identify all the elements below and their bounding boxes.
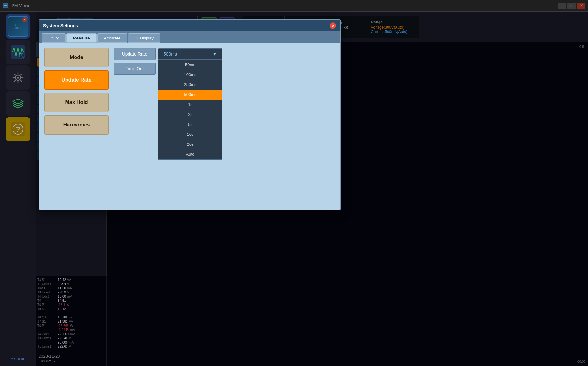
time-out-row: Time Out bbox=[114, 63, 335, 75]
update-rate-dropdown: 500ms ▼ 50ms 100ms 250ms 500ms 1s 2s 5s … bbox=[158, 48, 222, 59]
option-50ms[interactable]: 50ms bbox=[158, 60, 222, 70]
dropdown-list: 50ms 100ms 250ms 500ms 1s 2s 5s 10s 20s … bbox=[158, 59, 222, 160]
time-out-field-button[interactable]: Time Out bbox=[114, 63, 156, 75]
update-rate-row: Update Rate 500ms ▼ 50ms 100ms 250ms 500… bbox=[114, 48, 335, 60]
dropdown-arrow-icon: ▼ bbox=[212, 51, 217, 57]
tab-utility[interactable]: Utility bbox=[42, 33, 66, 43]
modal-overlay: System Settings ✕ Utility Measure Accura… bbox=[0, 0, 588, 366]
system-settings-modal: System Settings ✕ Utility Measure Accura… bbox=[39, 19, 341, 210]
tab-measure[interactable]: Measure bbox=[66, 33, 97, 43]
modal-right-content: Update Rate 500ms ▼ 50ms 100ms 250ms 500… bbox=[114, 48, 335, 205]
option-10s[interactable]: 10s bbox=[158, 129, 222, 139]
nav-mode-button[interactable]: Mode bbox=[44, 48, 109, 67]
modal-header: System Settings ✕ bbox=[39, 20, 340, 31]
option-5s[interactable]: 5s bbox=[158, 119, 222, 129]
option-auto[interactable]: Auto bbox=[158, 149, 222, 159]
modal-tabs: Utility Measure Accurate UI Display bbox=[39, 31, 340, 43]
dropdown-selected-value[interactable]: 500ms ▼ bbox=[158, 48, 222, 59]
modal-body: Mode Update Rate Max Hold Harmonics Upda… bbox=[39, 43, 340, 210]
modal-title: System Settings bbox=[43, 23, 78, 28]
option-100ms[interactable]: 100ms bbox=[158, 70, 222, 80]
tab-accurate[interactable]: Accurate bbox=[97, 33, 127, 43]
modal-close-button[interactable]: ✕ bbox=[330, 22, 336, 29]
option-500ms[interactable]: 500ms bbox=[158, 90, 222, 100]
tab-ui-display[interactable]: UI Display bbox=[128, 33, 160, 43]
option-2s[interactable]: 2s bbox=[158, 109, 222, 119]
update-rate-field-button[interactable]: Update Rate bbox=[114, 48, 156, 60]
option-1s[interactable]: 1s bbox=[158, 100, 222, 109]
modal-nav: Mode Update Rate Max Hold Harmonics bbox=[44, 48, 109, 205]
nav-max-hold-button[interactable]: Max Hold bbox=[44, 93, 109, 112]
nav-harmonics-button[interactable]: Harmonics bbox=[44, 115, 109, 135]
selected-value-text: 500ms bbox=[164, 51, 177, 57]
option-250ms[interactable]: 250ms bbox=[158, 80, 222, 90]
option-20s[interactable]: 20s bbox=[158, 139, 222, 149]
nav-update-rate-button[interactable]: Update Rate bbox=[44, 70, 109, 90]
